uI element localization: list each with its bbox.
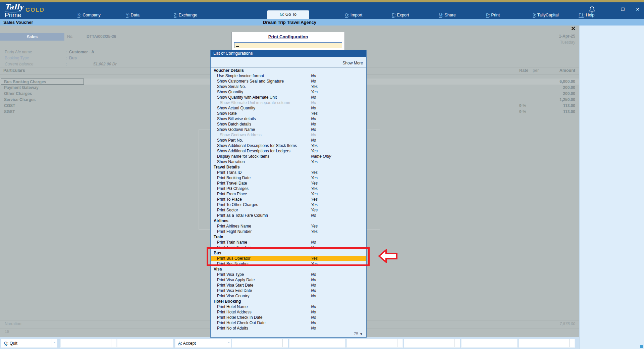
configuration-value: No	[311, 127, 316, 132]
configuration-row[interactable]: Print Hotel Check In Date No	[211, 315, 366, 320]
button-expand-caret[interactable]: ^	[226, 339, 231, 347]
configuration-row[interactable]: Print Visa End Date No	[211, 288, 366, 293]
configuration-row[interactable]: Show Godown Name No	[211, 127, 366, 132]
configuration-value: No	[311, 100, 316, 105]
configuration-row[interactable]: Display name for Stock Items Name Only	[211, 154, 366, 159]
configuration-search-input[interactable]	[234, 42, 342, 48]
button-expand-caret[interactable]	[168, 339, 173, 347]
bottom-bar-button[interactable]: Q: Quit ^	[1, 339, 57, 348]
configuration-row[interactable]: Show Serial No. Yes	[211, 84, 366, 89]
top-menu-item[interactable]: Y: Data	[126, 12, 140, 18]
button-expand-caret[interactable]	[397, 339, 403, 347]
configuration-row[interactable]: Show Additional Descriptions for Ledgers…	[211, 148, 366, 154]
configuration-row[interactable]: Travel Details	[211, 164, 366, 170]
configuration-row[interactable]: Use Simple Invoice format No	[211, 73, 366, 79]
configuration-row[interactable]: Print Airlines Name Yes	[211, 223, 366, 229]
top-menu-item[interactable]: Z: Exchange	[174, 12, 197, 18]
configuration-label: Print Train Name	[217, 240, 247, 245]
configuration-row[interactable]: Print Visa Type No	[211, 272, 366, 277]
configuration-row[interactable]: Show Additional Descriptions for Stock I…	[211, 143, 366, 148]
gold-edition-strip	[0, 0, 644, 2]
button-expand-caret[interactable]	[569, 339, 575, 347]
configuration-rows: Voucher Details Use Simple Invoice forma…	[211, 67, 366, 331]
bottom-bar-button[interactable]	[289, 339, 345, 348]
configuration-row[interactable]: Show Bill-wise details No	[211, 116, 366, 121]
top-menu-item[interactable]: M: Share	[439, 12, 456, 18]
configuration-row[interactable]: Print To Other Charges Yes	[211, 202, 366, 207]
button-expand-caret[interactable]	[340, 339, 345, 347]
configuration-row[interactable]: Voucher Details	[211, 68, 366, 73]
configuration-label: Show Additional Descriptions for Ledgers	[217, 148, 290, 154]
configuration-label: Show Actual Quantity	[217, 105, 255, 111]
configuration-row[interactable]: Print Booking Date Yes	[211, 175, 366, 181]
configuration-row[interactable]: Show Quantity Yes	[211, 89, 366, 95]
notification-bell-icon[interactable]	[588, 5, 596, 14]
bottom-bar-button[interactable]	[60, 339, 117, 348]
button-expand-caret[interactable]	[282, 339, 288, 347]
configuration-row[interactable]: Print Hotel Address No	[211, 309, 366, 315]
configuration-row[interactable]: Show Batch details No	[211, 121, 366, 127]
configuration-row[interactable]: Print Travel Date Yes	[211, 181, 366, 186]
menu-shortcut-key: Z	[174, 13, 176, 18]
top-menu-item[interactable]: K: Company	[77, 12, 101, 18]
bottom-bar-button[interactable]	[519, 339, 575, 348]
configuration-row[interactable]: Print Train Name No	[211, 240, 366, 245]
configuration-row[interactable]: Show Godown Address No	[211, 132, 366, 138]
bottom-bar-button[interactable]	[346, 339, 403, 348]
configuration-row[interactable]: Show Rate Yes	[211, 111, 366, 116]
configuration-row[interactable]: Hotel Booking	[211, 299, 366, 304]
voucher-date: 1-Apr-25	[517, 34, 575, 39]
bottom-button-bar: Q: Quit ^ A: Accept ^	[0, 337, 579, 349]
button-expand-caret[interactable]	[454, 339, 460, 347]
configuration-value: No	[311, 79, 316, 84]
configuration-row[interactable]: Show Narration Yes	[211, 159, 366, 164]
configuration-row[interactable]: Show Actual Quantity No	[211, 105, 366, 111]
configuration-row[interactable]: Print Hotel Name No	[211, 304, 366, 309]
top-menu-item[interactable]: O: Import	[345, 12, 362, 18]
minimize-button[interactable]: –	[603, 5, 611, 14]
bottom-bar-button[interactable]	[232, 339, 288, 348]
menu-item-label: : Company	[80, 13, 100, 17]
configuration-row[interactable]: Print PG Charges Yes	[211, 186, 366, 191]
configuration-row[interactable]: Visa	[211, 266, 366, 272]
configuration-row[interactable]: Airlines	[211, 218, 366, 223]
configuration-row[interactable]: Show Quantity with Alternate Unit No	[211, 95, 366, 100]
configuration-value: No	[311, 277, 316, 283]
window-close-button[interactable]: ✕	[633, 5, 642, 14]
configuration-row[interactable]: Print Visa Start Date No	[211, 283, 366, 288]
configuration-row[interactable]: Print Flight Number Yes	[211, 229, 366, 234]
top-menu-item[interactable]: E: Export	[392, 12, 409, 18]
configuration-row[interactable]: Print Hotel Check Out Date No	[211, 320, 366, 326]
bottom-bar-button[interactable]	[404, 339, 460, 348]
bottom-bar-button[interactable]	[117, 339, 173, 348]
button-expand-caret[interactable]	[512, 339, 518, 347]
configuration-row[interactable]: Print as a Total Fare Column No	[211, 213, 366, 218]
configuration-row[interactable]: Show Alternate Unit in separate column N…	[211, 100, 366, 105]
configuration-row[interactable]: Print No of Adults No	[211, 326, 366, 331]
configuration-row[interactable]: Show Part No. No	[211, 138, 366, 143]
configuration-row[interactable]: Show Customer's Seal and Signature No	[211, 79, 366, 84]
button-expand-caret[interactable]: ^	[52, 339, 57, 347]
top-menu-item[interactable]: P: Print	[486, 12, 500, 18]
configuration-value: No	[311, 132, 316, 138]
configuration-row[interactable]: Print To Place Yes	[211, 197, 366, 202]
show-more-link[interactable]: Show More	[342, 61, 363, 65]
bottom-bar-button[interactable]: A: Accept ^	[175, 339, 231, 348]
configuration-row[interactable]: Print Visa Country No	[211, 293, 366, 299]
top-menu-item[interactable]: 9: TallyCapital	[533, 12, 559, 18]
row-count-indicator[interactable]: 75▼	[354, 332, 363, 336]
ledger-name: Bus Booking Charges	[1, 79, 84, 85]
voucher-close-icon[interactable]: ✕	[570, 26, 577, 32]
button-expand-caret[interactable]	[111, 339, 117, 347]
configuration-row[interactable]: Print Trans ID Yes	[211, 170, 366, 175]
bottom-bar-button[interactable]	[461, 339, 518, 348]
configuration-row[interactable]: Train	[211, 234, 366, 240]
configuration-label: Print Hotel Name	[217, 304, 248, 309]
configuration-row[interactable]: Print Visa Apply Date No	[211, 277, 366, 283]
top-menu-item[interactable]: G: Go To	[267, 10, 309, 19]
configuration-label: Show Batch details	[217, 121, 251, 127]
maximize-button[interactable]: ❐	[619, 5, 627, 14]
menu-shortcut-key: F1	[579, 13, 584, 18]
configuration-row[interactable]: Print From Place Yes	[211, 191, 366, 197]
configuration-row[interactable]: Print Sector Yes	[211, 207, 366, 213]
